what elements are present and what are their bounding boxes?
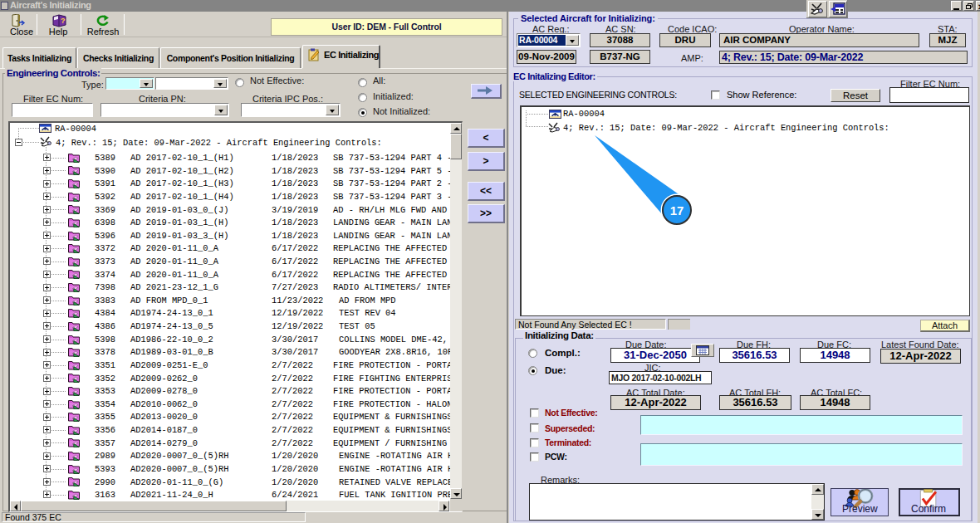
svg-text:?: ? bbox=[61, 17, 66, 25]
svg-text:17: 17 bbox=[670, 203, 684, 218]
